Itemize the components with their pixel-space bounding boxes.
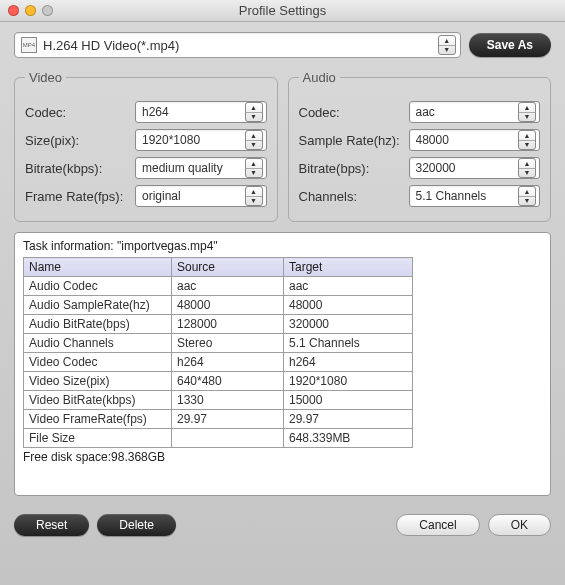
audio-bitrate-select[interactable]: 320000 ▲▼ (409, 157, 541, 179)
cell-target: 48000 (284, 296, 413, 315)
dropdown-stepper[interactable]: ▲▼ (245, 130, 263, 150)
bottom-bar: Reset Delete Cancel OK (0, 504, 565, 536)
table-row: Audio Codecaacaac (24, 277, 413, 296)
cell-name: File Size (24, 429, 172, 448)
task-header-prefix: Task information: (23, 239, 117, 253)
table-row: Video Codech264h264 (24, 353, 413, 372)
task-filename: "importvegas.mp4" (117, 239, 218, 253)
dropdown-stepper[interactable]: ▲▼ (245, 158, 263, 178)
cell-target: 1920*1080 (284, 372, 413, 391)
cell-name: Video FrameRate(fps) (24, 410, 172, 429)
audio-channels-label: Channels: (299, 189, 409, 204)
cell-source: Stereo (172, 334, 284, 353)
table-row: Video FrameRate(fps)29.9729.97 (24, 410, 413, 429)
video-framerate-label: Frame Rate(fps): (25, 189, 135, 204)
cancel-button[interactable]: Cancel (396, 514, 479, 536)
free-disk-label: Free disk space:98.368GB (23, 450, 542, 464)
cell-name: Audio SampleRate(hz) (24, 296, 172, 315)
col-source: Source (172, 258, 284, 277)
dropdown-stepper[interactable]: ▲▼ (518, 186, 536, 206)
table-row: Video BitRate(kbps)133015000 (24, 391, 413, 410)
col-name: Name (24, 258, 172, 277)
dropdown-stepper[interactable]: ▲▼ (518, 130, 536, 150)
audio-channels-value: 5.1 Channels (416, 189, 519, 203)
profile-dropdown-stepper[interactable]: ▲ ▼ (438, 35, 456, 55)
cell-source: 640*480 (172, 372, 284, 391)
save-as-button[interactable]: Save As (469, 33, 551, 57)
cell-target: h264 (284, 353, 413, 372)
cell-source: h264 (172, 353, 284, 372)
dropdown-stepper[interactable]: ▲▼ (518, 102, 536, 122)
audio-group: Audio Codec: aac ▲▼ Sample Rate(hz): 480… (288, 70, 552, 222)
audio-bitrate-label: Bitrate(bps): (299, 161, 409, 176)
audio-sample-label: Sample Rate(hz): (299, 133, 409, 148)
dropdown-stepper[interactable]: ▲▼ (245, 186, 263, 206)
cell-source (172, 429, 284, 448)
cell-source: 128000 (172, 315, 284, 334)
task-info-header: Task information: "importvegas.mp4" (23, 239, 542, 253)
chevron-up-icon: ▲ (439, 36, 455, 46)
close-window-icon[interactable] (8, 5, 19, 16)
video-codec-label: Codec: (25, 105, 135, 120)
profile-select[interactable]: MP4 H.264 HD Video(*.mp4) ▲ ▼ (14, 32, 461, 58)
minimize-window-icon[interactable] (25, 5, 36, 16)
audio-sample-value: 48000 (416, 133, 519, 147)
reset-button[interactable]: Reset (14, 514, 89, 536)
cell-name: Video Size(pix) (24, 372, 172, 391)
cell-source: aac (172, 277, 284, 296)
cell-name: Audio BitRate(bps) (24, 315, 172, 334)
dropdown-stepper[interactable]: ▲▼ (518, 158, 536, 178)
video-bitrate-label: Bitrate(kbps): (25, 161, 135, 176)
audio-codec-label: Codec: (299, 105, 409, 120)
cell-name: Video BitRate(kbps) (24, 391, 172, 410)
table-row: Audio BitRate(bps)128000320000 (24, 315, 413, 334)
video-framerate-value: original (142, 189, 245, 203)
cell-target: 648.339MB (284, 429, 413, 448)
video-codec-select[interactable]: h264 ▲▼ (135, 101, 267, 123)
audio-codec-value: aac (416, 105, 519, 119)
traffic-lights (8, 5, 53, 16)
table-row: Audio ChannelsStereo5.1 Channels (24, 334, 413, 353)
cell-target: 320000 (284, 315, 413, 334)
table-row: Video Size(pix)640*4801920*1080 (24, 372, 413, 391)
delete-button[interactable]: Delete (97, 514, 176, 536)
video-group: Video Codec: h264 ▲▼ Size(pix): 1920*108… (14, 70, 278, 222)
cell-source: 29.97 (172, 410, 284, 429)
cell-name: Video Codec (24, 353, 172, 372)
cell-target: 29.97 (284, 410, 413, 429)
profile-label: H.264 HD Video(*.mp4) (43, 38, 438, 53)
video-size-select[interactable]: 1920*1080 ▲▼ (135, 129, 267, 151)
cell-target: aac (284, 277, 413, 296)
cell-name: Audio Channels (24, 334, 172, 353)
audio-codec-select[interactable]: aac ▲▼ (409, 101, 541, 123)
cell-name: Audio Codec (24, 277, 172, 296)
ok-button[interactable]: OK (488, 514, 551, 536)
table-row: Audio SampleRate(hz)4800048000 (24, 296, 413, 315)
cell-target: 15000 (284, 391, 413, 410)
mp4-file-icon: MP4 (21, 37, 37, 53)
audio-bitrate-value: 320000 (416, 161, 519, 175)
dropdown-stepper[interactable]: ▲▼ (245, 102, 263, 122)
video-framerate-select[interactable]: original ▲▼ (135, 185, 267, 207)
video-codec-value: h264 (142, 105, 245, 119)
cell-source: 1330 (172, 391, 284, 410)
video-size-value: 1920*1080 (142, 133, 245, 147)
audio-legend: Audio (299, 70, 340, 85)
zoom-window-icon (42, 5, 53, 16)
audio-channels-select[interactable]: 5.1 Channels ▲▼ (409, 185, 541, 207)
video-size-label: Size(pix): (25, 133, 135, 148)
titlebar: Profile Settings (0, 0, 565, 22)
video-bitrate-value: medium quality (142, 161, 245, 175)
window-title: Profile Settings (8, 3, 557, 18)
task-info-panel: Task information: "importvegas.mp4" Name… (14, 232, 551, 496)
video-legend: Video (25, 70, 66, 85)
audio-sample-select[interactable]: 48000 ▲▼ (409, 129, 541, 151)
task-info-table: Name Source Target Audio CodecaacaacAudi… (23, 257, 413, 448)
cell-target: 5.1 Channels (284, 334, 413, 353)
table-row: File Size648.339MB (24, 429, 413, 448)
chevron-down-icon: ▼ (439, 46, 455, 55)
video-bitrate-select[interactable]: medium quality ▲▼ (135, 157, 267, 179)
cell-source: 48000 (172, 296, 284, 315)
col-target: Target (284, 258, 413, 277)
